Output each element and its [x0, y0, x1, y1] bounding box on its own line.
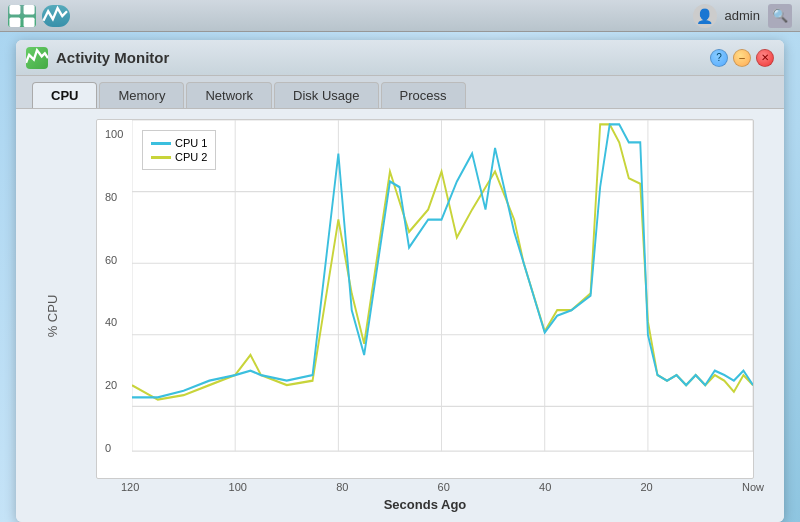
tab-disk-usage[interactable]: Disk Usage — [274, 82, 378, 108]
chart-svg-area: CPU 1 CPU 2 — [132, 120, 753, 478]
y-tick-60: 60 — [105, 254, 128, 266]
search-button[interactable]: 🔍 — [768, 4, 792, 28]
y-tick-80: 80 — [105, 191, 128, 203]
cpu2-line — [132, 124, 753, 399]
window-titlebar: Activity Monitor ? – ✕ — [16, 40, 784, 76]
y-tick-0: 0 — [105, 442, 128, 454]
x-tick-80: 80 — [336, 481, 348, 493]
cpu1-line — [132, 124, 753, 397]
chart-legend: CPU 1 CPU 2 — [142, 130, 216, 170]
x-tick-40: 40 — [539, 481, 551, 493]
user-icon: 👤 — [693, 4, 717, 28]
activity-monitor-small-icon[interactable] — [42, 5, 70, 27]
legend-cpu1: CPU 1 — [151, 137, 207, 149]
help-button[interactable]: ? — [710, 49, 728, 67]
x-tick-20: 20 — [640, 481, 652, 493]
legend-cpu2: CPU 2 — [151, 151, 207, 163]
svg-rect-1 — [24, 5, 35, 14]
x-axis-label: Seconds Ago — [86, 497, 764, 512]
svg-rect-3 — [24, 17, 35, 26]
x-tick-now: Now — [742, 481, 764, 493]
y-axis-label: % CPU — [45, 294, 60, 337]
tab-cpu[interactable]: CPU — [32, 82, 97, 108]
tab-network[interactable]: Network — [186, 82, 272, 108]
legend-cpu2-label: CPU 2 — [175, 151, 207, 163]
top-bar: 👤 admin 🔍 — [0, 0, 800, 32]
svg-rect-2 — [9, 17, 20, 26]
y-axis-labels: 100 80 60 40 20 0 — [97, 120, 132, 478]
chart-svg — [132, 120, 753, 478]
activity-monitor-window: Activity Monitor ? – ✕ CPU Memory Networ… — [16, 40, 784, 522]
close-button[interactable]: ✕ — [756, 49, 774, 67]
y-tick-40: 40 — [105, 316, 128, 328]
app-switcher-icon[interactable] — [8, 5, 36, 27]
window-controls: ? – ✕ — [710, 49, 774, 67]
y-tick-20: 20 — [105, 379, 128, 391]
admin-label: admin — [725, 8, 760, 23]
top-bar-right: 👤 admin 🔍 — [693, 4, 792, 28]
tab-bar: CPU Memory Network Disk Usage Process — [16, 76, 784, 109]
app-icon — [26, 47, 48, 69]
x-tick-60: 60 — [438, 481, 450, 493]
x-tick-120: 120 — [121, 481, 139, 493]
window-title: Activity Monitor — [56, 49, 169, 66]
minimize-button[interactable]: – — [733, 49, 751, 67]
cpu-chart: 100 80 60 40 20 0 — [96, 119, 754, 479]
legend-cpu2-color — [151, 156, 171, 159]
titlebar-left: Activity Monitor — [26, 47, 169, 69]
legend-cpu1-color — [151, 142, 171, 145]
tab-process[interactable]: Process — [381, 82, 466, 108]
y-tick-100: 100 — [105, 128, 128, 140]
top-bar-left — [8, 5, 70, 27]
x-tick-100: 100 — [229, 481, 247, 493]
tab-memory[interactable]: Memory — [99, 82, 184, 108]
legend-cpu1-label: CPU 1 — [175, 137, 207, 149]
chart-area: % CPU 100 80 60 40 20 0 — [16, 109, 784, 522]
svg-rect-0 — [9, 5, 20, 14]
x-axis-labels: 120 100 80 60 40 20 Now — [86, 479, 764, 493]
